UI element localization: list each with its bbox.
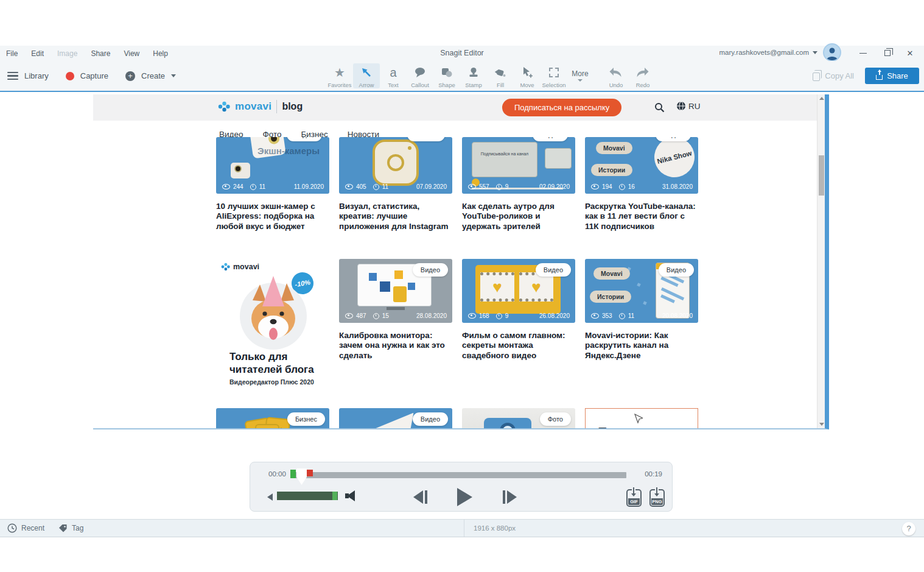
tool-selection[interactable]: Selection — [541, 63, 567, 88]
tool-fill[interactable]: Fill — [487, 63, 514, 88]
camera-illustration — [484, 418, 531, 429]
speaker-icon[interactable] — [341, 490, 355, 501]
read-time-icon — [619, 313, 625, 319]
tool-callout[interactable]: Callout — [407, 63, 433, 88]
trim-end-marker[interactable] — [307, 470, 313, 476]
tool-more[interactable]: More — [567, 63, 593, 88]
restore-icon — [884, 50, 891, 56]
trim-start-marker[interactable] — [290, 470, 296, 478]
mouse-cursor-icon — [634, 414, 643, 425]
promo-card[interactable]: movavi -10% Тольк — [216, 259, 329, 390]
close-button[interactable]: ✕ — [901, 47, 919, 59]
card-thumbnail: Бизнес — [216, 408, 329, 429]
category-badge: Видео — [533, 137, 568, 141]
blog-card[interactable]: Movavi Истории Nika Show Видео 194 16 31… — [585, 137, 698, 231]
volume-min-icon[interactable] — [267, 493, 273, 501]
language-switcher[interactable]: RU — [676, 101, 701, 111]
page-scrollbar[interactable] — [817, 94, 825, 428]
playhead[interactable] — [296, 468, 307, 485]
card-thumbnail: Бизнес 405 11 07.09.2020 — [339, 137, 452, 194]
read-time-icon — [496, 313, 502, 319]
redo-button[interactable]: Redo — [629, 63, 656, 88]
divider — [464, 520, 464, 537]
promo-title: Только для читателей блога — [229, 350, 333, 376]
brand-name: movavi — [235, 101, 271, 113]
blog-card[interactable]: Видео 487 15 28.08.2020 Калибровка монит… — [339, 259, 452, 390]
undo-button[interactable]: Undo — [603, 63, 629, 88]
subscribe-button[interactable]: Подписаться на рассылку — [502, 99, 621, 116]
tool-text[interactable]: Text — [380, 63, 407, 88]
create-chevron-icon — [171, 74, 176, 77]
share-button[interactable]: Share — [865, 68, 919, 84]
tool-label: Text — [388, 82, 398, 88]
tool-label: Stamp — [465, 82, 481, 88]
chevron-down-icon — [578, 79, 583, 82]
account-email: mary.rashkovets@gmail.com — [719, 49, 809, 56]
subscribe-card-title: Подпишитесь — [586, 425, 698, 429]
close-icon: ✕ — [907, 49, 914, 58]
account-menu[interactable]: mary.rashkovets@gmail.com — [719, 49, 817, 56]
blog-card[interactable]: Игорь Фото — [462, 408, 575, 429]
star-icon — [334, 65, 345, 80]
scroll-up-icon[interactable] — [819, 97, 824, 100]
timeline-track[interactable] — [290, 472, 626, 478]
volume-slider[interactable] — [277, 492, 338, 500]
card-title: Раскрутка YouTube-канала: как в 11 лет в… — [585, 202, 698, 231]
blog-card[interactable]: Бизнес 405 11 07.09.2020 Визуал, статист… — [339, 137, 452, 231]
card-thumbnail: Movavi Истории Видео 353 11 20.08.2020 — [585, 259, 698, 323]
card-thumbnail: Подписывайся на канал Видео 557 9 02.09.… — [462, 137, 575, 194]
scroll-down-icon[interactable] — [819, 423, 824, 426]
blog-card[interactable]: Видео — [339, 408, 452, 429]
paper-illustration — [368, 413, 418, 429]
blog-logo[interactable]: movavi blog — [218, 100, 303, 113]
tool-label: Arrow — [359, 82, 374, 88]
current-time: 00:00 — [268, 470, 286, 478]
card-thumbnail: Movavi Истории Nika Show Видео 194 16 31… — [585, 137, 698, 194]
blog-card[interactable]: Видео 168 9 26.08.2020 Фильм о самом гла… — [462, 259, 575, 390]
category-badge: Фото — [540, 412, 571, 426]
person-icon — [824, 44, 840, 60]
tag-button[interactable]: Tag — [58, 520, 83, 537]
create-button[interactable]: Create — [141, 71, 165, 80]
restore-button[interactable] — [878, 47, 897, 59]
blog-card[interactable]: Movavi Истории Видео 353 11 20.08.2020 M… — [585, 259, 698, 390]
blog-header: movavi blog Подписаться на рассылку — [93, 94, 817, 121]
tool-shape[interactable]: Shape — [433, 63, 460, 88]
category-badge: Видео — [287, 137, 322, 141]
tool-stamp[interactable]: Stamp — [460, 63, 487, 88]
brand-section: blog — [282, 101, 303, 112]
toolbar: Library Capture + Create Favorites Arrow — [0, 61, 924, 92]
library-button[interactable]: Library — [24, 71, 49, 80]
tool-move[interactable]: Move — [514, 63, 541, 88]
recent-button[interactable]: Recent — [7, 520, 44, 537]
help-button[interactable]: ? — [902, 522, 915, 535]
card-meta: 353 11 20.08.2020 — [591, 312, 693, 319]
category-badge: Видео — [656, 137, 691, 141]
category-badge: Бизнес — [287, 412, 325, 426]
fill-icon — [494, 66, 506, 79]
export-png-button[interactable]: PNG — [649, 489, 665, 507]
card-meta: 244 11 11.09.2020 — [222, 183, 324, 190]
export-gif-button[interactable]: GIF — [626, 489, 642, 507]
more-label: More — [572, 69, 588, 78]
total-time: 00:19 — [645, 470, 662, 478]
tool-arrow[interactable]: Arrow — [353, 63, 380, 88]
tool-favorites[interactable]: Favorites — [326, 63, 353, 88]
avatar[interactable] — [824, 44, 840, 60]
play-button[interactable] — [457, 488, 472, 506]
card-title: Как сделать аутро для YouTube-роликов и … — [462, 202, 575, 231]
next-frame-button[interactable] — [503, 490, 517, 504]
download-icon — [633, 487, 634, 493]
capture-button[interactable]: Capture — [80, 71, 108, 80]
previous-frame-button[interactable] — [413, 490, 427, 504]
blog-card[interactable]: Подписывайся на канал Видео 557 9 02.09.… — [462, 137, 575, 231]
minimize-button[interactable] — [854, 47, 872, 59]
movavi-logo-icon — [221, 263, 230, 271]
views-icon — [591, 313, 599, 319]
blog-card[interactable]: Экшн-камеры Видео 244 11 11.09.2020 10 л… — [216, 137, 329, 231]
blog-card[interactable]: Бизнес — [216, 408, 329, 429]
copy-all-button[interactable]: Copy All — [813, 71, 854, 81]
scrollbar-thumb[interactable] — [819, 155, 824, 196]
search-button[interactable] — [654, 102, 665, 115]
subscribe-card[interactable]: Подпишитесь — [585, 408, 698, 429]
